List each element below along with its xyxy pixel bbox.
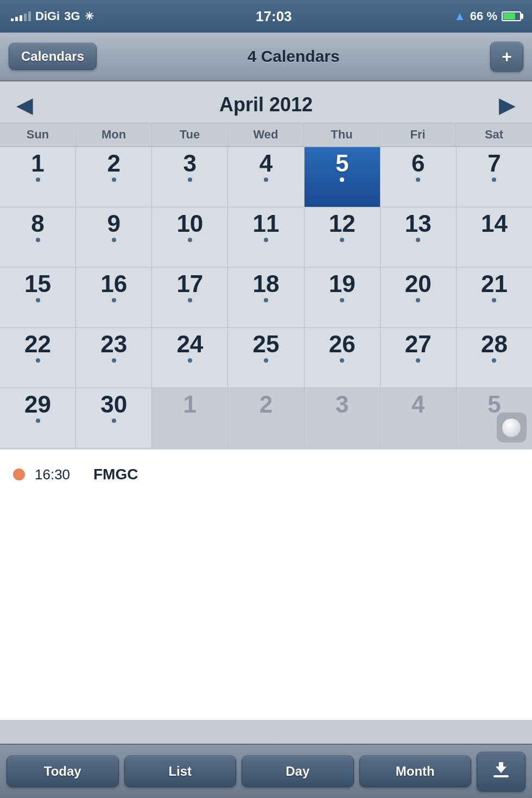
cal-dot — [264, 178, 268, 182]
download-button[interactable] — [477, 752, 525, 791]
cal-date: 6 — [411, 151, 425, 175]
nav-bar: Calendars 4 Calendars + — [0, 33, 532, 81]
cal-cell[interactable]: 2 — [228, 388, 303, 448]
status-right: ▲ 66 % — [454, 9, 521, 23]
calendars-button[interactable]: Calendars — [9, 43, 97, 70]
cal-cell[interactable]: 21 — [457, 268, 532, 327]
cal-date: 17 — [176, 272, 203, 296]
cal-cell[interactable]: 5 — [457, 388, 532, 448]
cal-dot — [188, 238, 192, 242]
cal-date: 5 — [335, 151, 349, 175]
cal-dot — [36, 358, 40, 363]
cal-date: 5 — [487, 392, 501, 416]
time-label: 17:03 — [256, 8, 292, 25]
cal-cell[interactable]: 1 — [0, 147, 75, 207]
cal-dot — [112, 238, 116, 242]
cal-cell[interactable]: 13 — [381, 207, 456, 267]
event-name: FMGC — [93, 466, 138, 483]
day-header-fri: Fri — [380, 123, 456, 146]
next-month-button[interactable]: ▶ — [499, 92, 516, 117]
cal-dot — [416, 238, 420, 242]
scroll-handle[interactable] — [497, 413, 527, 442]
cal-dot — [340, 178, 344, 182]
day-headers: SunMonTueWedThuFriSat — [0, 123, 532, 147]
cal-dot — [416, 358, 420, 363]
nav-title: 4 Calendars — [248, 47, 340, 66]
cal-date: 3 — [183, 151, 197, 175]
cal-date: 12 — [329, 212, 356, 236]
cal-cell[interactable]: 6 — [381, 147, 456, 207]
add-calendar-button[interactable]: + — [490, 42, 523, 72]
cal-cell[interactable]: 22 — [0, 328, 75, 388]
day-header-thu: Thu — [304, 123, 380, 146]
cal-cell[interactable]: 12 — [305, 207, 380, 267]
cal-cell[interactable]: 10 — [152, 207, 227, 267]
loading-icon: ✳ — [85, 10, 94, 23]
cal-dot — [416, 298, 420, 302]
list-button[interactable]: List — [124, 756, 237, 787]
cal-cell[interactable]: 3 — [305, 388, 380, 448]
cal-cell[interactable]: 3 — [152, 147, 227, 207]
scroll-circle — [502, 418, 521, 438]
cal-cell[interactable]: 5 — [305, 147, 380, 207]
cal-cell[interactable]: 8 — [0, 207, 75, 267]
cal-dot — [112, 178, 116, 182]
month-title: April 2012 — [219, 93, 313, 116]
cal-date: 23 — [100, 332, 127, 356]
cal-dot — [492, 178, 496, 182]
separator — [0, 720, 532, 721]
cal-date: 1 — [31, 151, 44, 175]
cal-date: 8 — [31, 212, 44, 236]
cal-cell[interactable]: 15 — [0, 268, 75, 327]
cal-cell[interactable]: 4 — [381, 388, 456, 448]
cal-dot — [264, 238, 268, 242]
cal-date: 16 — [100, 272, 127, 296]
cal-date: 28 — [481, 332, 508, 356]
cal-cell[interactable]: 7 — [457, 147, 532, 207]
prev-month-button[interactable]: ◀ — [16, 92, 33, 117]
cal-date: 24 — [176, 332, 203, 356]
cal-date: 2 — [107, 151, 120, 175]
cal-cell[interactable]: 1 — [152, 388, 227, 448]
month-button[interactable]: Month — [359, 756, 472, 787]
cal-cell[interactable]: 20 — [381, 268, 456, 327]
cal-cell[interactable]: 11 — [228, 207, 303, 267]
cal-cell[interactable]: 26 — [305, 328, 380, 388]
cal-cell[interactable]: 19 — [305, 268, 380, 327]
day-header-wed: Wed — [228, 123, 304, 146]
cal-cell[interactable]: 9 — [76, 207, 151, 267]
cal-cell[interactable]: 30 — [76, 388, 151, 448]
cal-cell[interactable]: 18 — [228, 268, 303, 327]
cal-cell[interactable]: 28 — [457, 328, 532, 388]
carrier-label: DiGi — [35, 9, 60, 23]
cal-dot — [112, 358, 116, 363]
location-icon: ▲ — [454, 9, 466, 23]
cal-date: 29 — [24, 392, 51, 416]
cal-dot — [188, 178, 192, 182]
cal-cell[interactable]: 23 — [76, 328, 151, 388]
day-button[interactable]: Day — [242, 756, 354, 787]
cal-cell[interactable]: 27 — [381, 328, 456, 388]
cal-cell[interactable]: 24 — [152, 328, 227, 388]
cal-cell[interactable]: 4 — [228, 147, 303, 207]
cal-date: 10 — [176, 212, 203, 236]
cal-date: 21 — [481, 272, 508, 296]
cal-cell[interactable]: 14 — [457, 207, 532, 267]
cal-cell[interactable]: 16 — [76, 268, 151, 327]
calendar-grid: 1234567891011121314151617181920212223242… — [0, 147, 532, 448]
cal-cell[interactable]: 29 — [0, 388, 75, 448]
battery-label: 66 % — [470, 9, 497, 23]
cal-date: 11 — [253, 212, 280, 236]
battery-icon — [502, 11, 521, 21]
cal-dot — [416, 178, 420, 182]
day-header-mon: Mon — [76, 123, 152, 146]
event-item[interactable]: 16:30FMGC — [13, 460, 519, 489]
cal-date: 30 — [100, 392, 127, 416]
toolbar: Today List Day Month — [0, 744, 532, 798]
cal-cell[interactable]: 25 — [228, 328, 303, 388]
cal-cell[interactable]: 2 — [76, 147, 151, 207]
today-button[interactable]: Today — [7, 756, 119, 787]
cal-date: 13 — [405, 212, 432, 236]
cal-cell[interactable]: 17 — [152, 268, 227, 327]
cal-dot — [492, 298, 496, 302]
